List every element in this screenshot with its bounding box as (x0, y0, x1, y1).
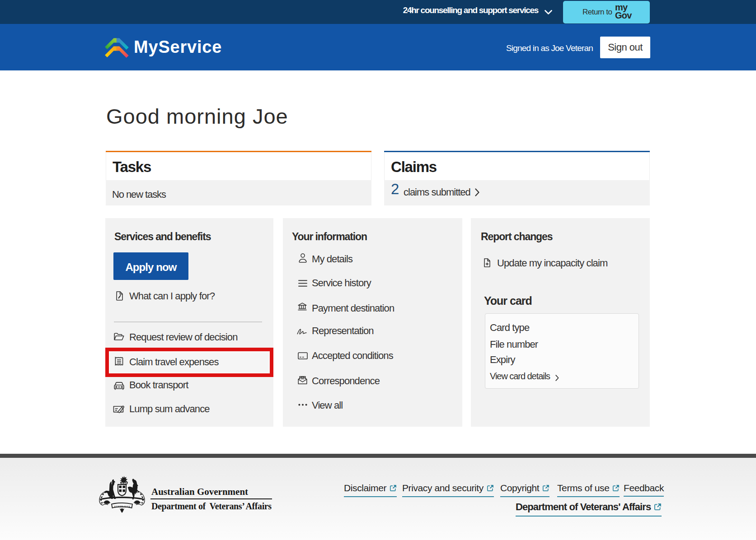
svg-text:AUSTRALIA: AUSTRALIA (114, 505, 131, 508)
